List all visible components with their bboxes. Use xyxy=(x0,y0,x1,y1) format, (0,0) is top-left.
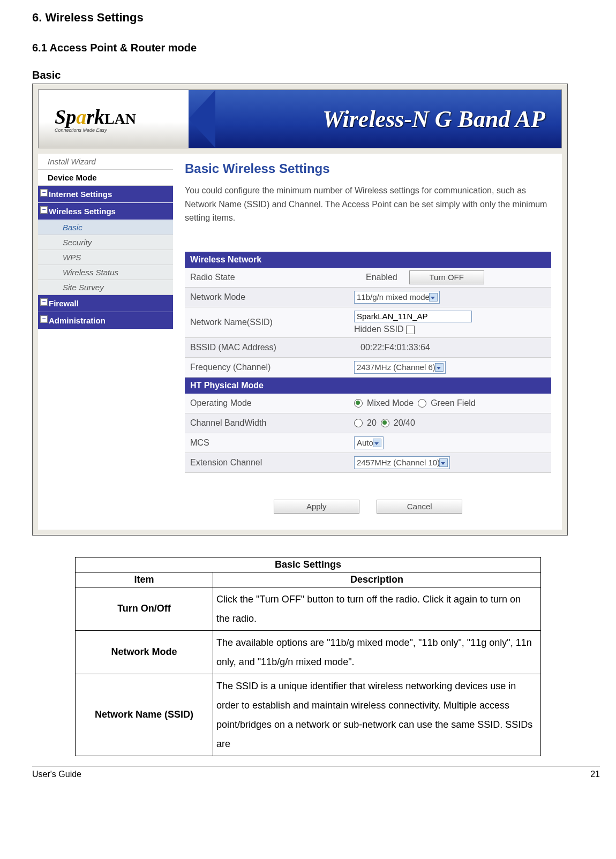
label-mcs: MCS xyxy=(185,435,351,451)
nav-sub-security[interactable]: Security xyxy=(38,235,173,250)
nav-internet-settings[interactable]: Internet Settings xyxy=(38,186,173,203)
value-radio-state: Enabled xyxy=(354,273,405,282)
heading-basic: Basic xyxy=(32,69,568,81)
label-mixed-mode: Mixed Mode xyxy=(367,398,414,408)
footer-left: User's Guide xyxy=(32,770,81,779)
apply-button[interactable]: Apply xyxy=(274,500,359,514)
brand-tail: LAN xyxy=(104,110,136,127)
nav-install-wizard[interactable]: Install Wizard xyxy=(38,154,173,170)
mcs-value: Auto xyxy=(357,438,373,447)
sidebar: Install Wizard Device Mode Internet Sett… xyxy=(38,154,173,530)
table-caption: Basic Settings xyxy=(76,557,541,572)
section-wireless-network: Wireless Network xyxy=(185,252,551,268)
brand-suffix: rk xyxy=(86,106,104,128)
brand-prefix: Sp xyxy=(55,106,76,128)
page-number: 21 xyxy=(590,770,600,779)
nav-sub-site-survey[interactable]: Site Survey xyxy=(38,280,173,295)
label-ssid: Network Name(SSID) xyxy=(185,314,351,330)
nav-device-mode[interactable]: Device Mode xyxy=(38,170,173,186)
th-item: Item xyxy=(76,572,213,587)
label-green-field: Green Field xyxy=(431,398,476,408)
content-area: Basic Wireless Settings You could config… xyxy=(173,154,562,530)
label-bssid: BSSID (MAC Address) xyxy=(185,340,351,356)
content-title: Basic Wireless Settings xyxy=(185,161,551,176)
label-frequency: Frequency (Channel) xyxy=(185,359,351,375)
label-network-mode: Network Mode xyxy=(185,289,351,305)
nav-wireless-settings[interactable]: Wireless Settings xyxy=(38,203,173,220)
settings-screenshot: SparkLAN Connections Made Easy Wireless-… xyxy=(32,84,568,536)
frequency-value: 2437MHz (Channel 6) xyxy=(357,363,435,372)
basic-settings-table: Basic Settings Item Description Turn On/… xyxy=(75,557,541,756)
radio-green-field[interactable] xyxy=(418,399,426,408)
label-bw-20: 20 xyxy=(367,418,377,428)
label-extension-channel: Extension Channel xyxy=(185,455,351,471)
cancel-button[interactable]: Cancel xyxy=(377,500,462,514)
label-channel-bandwidth: Channel BandWidth xyxy=(185,415,351,431)
nav-administration[interactable]: Administration xyxy=(38,312,173,329)
value-bssid: 00:22:F4:01:33:64 xyxy=(354,343,430,352)
brand-logo: SparkLAN Connections Made Easy xyxy=(39,90,189,148)
network-mode-select[interactable]: 11b/g/n mixed mode xyxy=(354,291,440,304)
row-item-1: Network Mode xyxy=(76,630,213,674)
banner-slogan: Wireless-N G Band AP xyxy=(189,90,561,148)
brand-tagline: Connections Made Easy xyxy=(55,127,136,133)
frequency-select[interactable]: 2437MHz (Channel 6) xyxy=(354,361,446,374)
nav-sub-wireless-status[interactable]: Wireless Status xyxy=(38,265,173,280)
banner: SparkLAN Connections Made Easy Wireless-… xyxy=(38,89,562,148)
label-hidden-ssid: Hidden SSID xyxy=(354,325,404,334)
radio-mixed-mode[interactable] xyxy=(354,399,363,408)
extension-channel-value: 2457MHz (Channel 10) xyxy=(357,458,440,467)
ssid-input[interactable] xyxy=(354,311,472,322)
extension-channel-select[interactable]: 2457MHz (Channel 10) xyxy=(354,456,450,469)
nav-firewall[interactable]: Firewall xyxy=(38,295,173,312)
nav-sub-basic[interactable]: Basic xyxy=(38,220,173,235)
radio-bw-2040[interactable] xyxy=(381,419,389,427)
mcs-select[interactable]: Auto xyxy=(354,436,384,449)
turn-off-button[interactable]: Turn OFF xyxy=(409,270,484,284)
radio-bw-20[interactable] xyxy=(354,419,363,427)
row-item-0: Turn On/Off xyxy=(76,587,213,630)
heading-wireless-settings: 6. Wireless Settings xyxy=(32,11,568,25)
nav-sub-wps[interactable]: WPS xyxy=(38,250,173,265)
label-radio-state: Radio State xyxy=(185,269,351,285)
content-description: You could configure the minimum number o… xyxy=(185,184,551,225)
row-desc-2: The SSID is a unique identifier that wir… xyxy=(213,674,541,756)
row-desc-0: Click the "Turn OFF" button to turn off … xyxy=(213,587,541,630)
heading-mode: 6.1 Access Point & Router mode xyxy=(32,42,568,54)
brand-accent: a xyxy=(76,106,86,128)
hidden-ssid-checkbox[interactable] xyxy=(406,326,415,334)
label-operating-mode: Operating Mode xyxy=(185,395,351,411)
row-item-2: Network Name (SSID) xyxy=(76,674,213,756)
row-desc-1: The available options are "11b/g mixed m… xyxy=(213,630,541,674)
th-description: Description xyxy=(213,572,541,587)
label-bw-2040: 20/40 xyxy=(394,418,415,428)
section-ht-physical-mode: HT Physical Mode xyxy=(185,378,551,394)
network-mode-value: 11b/g/n mixed mode xyxy=(357,292,430,302)
